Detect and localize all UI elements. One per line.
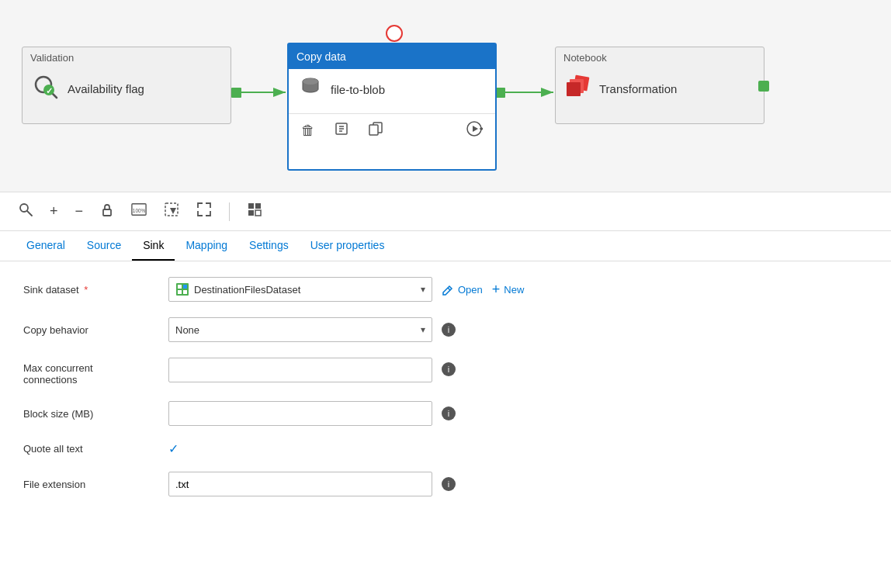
copydata-body: file-to-blob [289,69,495,110]
svg-rect-26 [103,209,111,216]
max-connections-info-icon[interactable]: i [442,362,456,376]
block-size-row: Block size (MB) i [23,401,868,426]
edit-icon [442,283,454,296]
dropdown-arrow-icon: ▾ [421,284,425,295]
notebook-label: Transformation [599,82,677,95]
svg-text:100%: 100% [133,208,146,213]
notebook-node[interactable]: Notebook Transformation [555,47,764,124]
copydata-node[interactable]: Copy data file-to-blob 🗑 [287,43,497,171]
notebook-icon [565,73,591,105]
sink-dataset-label: Sink dataset * [23,284,159,296]
validation-node[interactable]: Validation ✓ Availability flag [22,47,231,124]
copy-button[interactable] [365,119,387,142]
quote-all-text-check[interactable]: ✓ [168,441,179,456]
copydata-label: file-to-blob [331,83,385,96]
grid-button[interactable] [244,200,265,223]
svg-rect-16 [369,125,378,135]
copy-behavior-dropdown[interactable]: None ▾ [168,317,432,342]
svg-rect-39 [183,290,187,294]
fit-view-button[interactable]: 100% [128,201,150,222]
file-extension-label: File extension [23,479,159,490]
copy-behavior-label: Copy behavior [23,324,159,336]
tab-source[interactable]: Source [76,231,132,261]
copy-behavior-arrow-icon: ▾ [421,324,425,335]
file-extension-info-icon[interactable]: i [442,477,456,491]
validation-body: ✓ Availability flag [23,67,231,111]
svg-rect-37 [183,285,187,289]
search-toolbar-button[interactable] [16,201,36,222]
validation-label: Availability flag [68,82,144,95]
copy-behavior-row: Copy behavior None ▾ i [23,317,868,342]
svg-text:✓: ✓ [46,86,53,95]
tab-mapping[interactable]: Mapping [175,231,238,261]
lock-button[interactable] [97,201,117,222]
block-size-input[interactable] [168,401,432,426]
notebook-header: Notebook [556,47,764,67]
notebook-body: Transformation [556,67,764,111]
select-button[interactable] [161,200,182,223]
svg-marker-20 [481,127,483,130]
svg-rect-1 [231,88,241,98]
copy-behavior-info-icon[interactable]: i [442,323,456,337]
database-icon [298,75,323,104]
copy-behavior-value: None [175,324,199,336]
svg-rect-36 [178,285,182,289]
max-connections-row: Max concurrentconnections i [23,358,868,386]
properties-button[interactable] [331,119,352,142]
pipeline-canvas: Validation ✓ Availability flag Copy data [0,0,891,192]
svg-marker-18 [473,126,478,132]
zoom-out-button[interactable]: − [72,202,87,221]
dataset-icon [175,282,189,296]
svg-rect-31 [248,203,254,209]
svg-rect-33 [248,210,254,216]
open-link[interactable]: Open [442,283,483,296]
property-tabs: General Source Sink Mapping Settings Use… [0,231,891,261]
quote-all-text-label: Quote all text [23,443,159,455]
expand-button[interactable] [193,200,215,223]
block-size-info-icon[interactable]: i [442,406,456,420]
svg-rect-32 [255,203,261,209]
copydata-header: Copy data [289,44,495,69]
tab-general[interactable]: General [16,231,76,261]
svg-line-40 [448,288,450,290]
toolbar-divider [229,202,230,221]
max-connections-label: Max concurrentconnections [23,358,159,386]
search-icon: ✓ [32,73,60,105]
svg-point-10 [303,78,318,85]
svg-rect-34 [255,210,261,216]
max-connections-input[interactable] [168,358,432,382]
run-circle[interactable] [386,25,403,42]
sink-dataset-dropdown[interactable]: DestinationFilesDataset ▾ [168,277,432,302]
notebook-output-connector [758,81,769,92]
validation-header: Validation [23,47,231,67]
tab-user-properties[interactable]: User properties [300,231,396,261]
sink-dataset-row: Sink dataset * DestinationFilesDataset ▾… [23,277,868,302]
canvas-toolbar: + − 100% [0,192,891,231]
file-extension-input[interactable] [168,472,432,496]
sink-form: Sink dataset * DestinationFilesDataset ▾… [0,261,891,584]
new-link[interactable]: + New [492,282,525,296]
svg-rect-38 [178,290,182,294]
sink-dataset-value: DestinationFilesDataset [194,284,300,296]
svg-rect-23 [567,82,581,96]
svg-marker-30 [170,208,176,214]
tab-settings[interactable]: Settings [238,231,300,261]
zoom-in-button[interactable]: + [47,202,61,221]
delete-button[interactable]: 🗑 [298,121,318,140]
new-label: New [504,284,524,296]
svg-line-25 [27,211,32,216]
tab-sink[interactable]: Sink [132,231,175,261]
block-size-label: Block size (MB) [23,408,159,420]
run-button[interactable] [463,119,486,143]
copydata-actions: 🗑 [289,113,495,147]
plus-icon: + [492,282,501,296]
quote-all-text-row: Quote all text ✓ [23,441,868,456]
open-label: Open [458,284,483,296]
file-extension-row: File extension i [23,472,868,496]
